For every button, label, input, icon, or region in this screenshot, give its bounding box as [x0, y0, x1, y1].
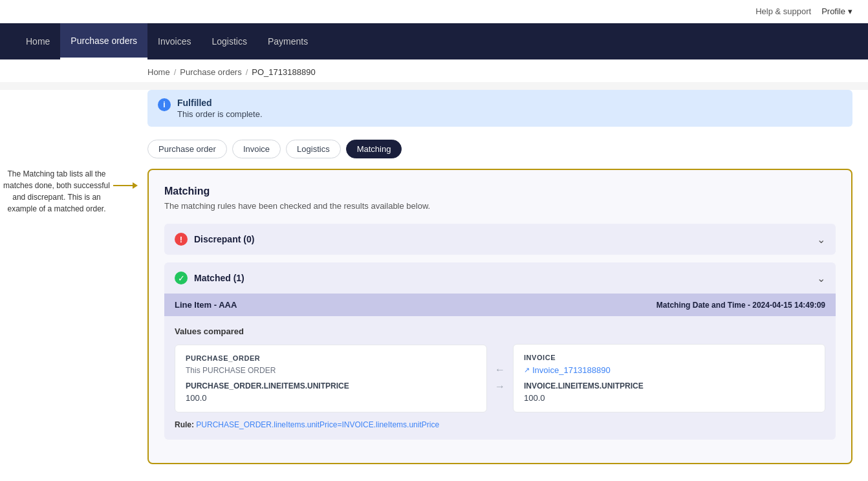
compare-row: PURCHASE_ORDER This PURCHASE ORDER PURCH…: [175, 344, 825, 412]
nav-item-logistics[interactable]: Logistics: [201, 23, 257, 59]
po-card-subtitle: This PURCHASE ORDER: [186, 366, 476, 375]
fulfilled-alert: i Fulfilled This order is complete.: [147, 90, 852, 127]
invoice-field-value: 100.0: [524, 393, 814, 403]
panel-title: Matching: [164, 186, 836, 197]
alert-body: Fulfilled This order is complete.: [177, 98, 263, 119]
compare-arrows: ← →: [495, 364, 505, 392]
nav-item-purchase-orders[interactable]: Purchase orders: [60, 23, 147, 59]
breadcrumb-purchase-orders[interactable]: Purchase orders: [180, 67, 241, 77]
matched-header-left: ✓ Matched (1): [175, 272, 244, 284]
line-item-header: Line Item - AAA Matching Date and Time -…: [164, 294, 836, 316]
alert-message: This order is complete.: [177, 109, 263, 119]
main-nav: Home Purchase orders Invoices Logistics …: [0, 23, 868, 59]
matched-header[interactable]: ✓ Matched (1) ⌄: [164, 262, 836, 294]
values-title: Values compared: [175, 326, 825, 336]
page-content: i Fulfilled This order is complete. Purc…: [0, 90, 868, 481]
discrepant-chevron-icon: ⌄: [817, 233, 825, 246]
breadcrumb-current: PO_1713188890: [252, 67, 315, 77]
matched-chevron-icon: ⌄: [817, 272, 825, 284]
nav-item-invoices[interactable]: Invoices: [147, 23, 201, 59]
discrepant-title: Discrepant (0): [194, 234, 254, 244]
external-link-icon: ↗: [524, 366, 530, 374]
nav-item-home[interactable]: Home: [16, 23, 60, 59]
invoice-card-label: INVOICE: [524, 354, 814, 361]
matching-date: Matching Date and Time - 2024-04-15 14:4…: [656, 301, 825, 310]
po-card-label: PURCHASE_ORDER: [186, 354, 476, 362]
annotation-arrow: [113, 182, 138, 189]
discrepant-accordion: ! Discrepant (0) ⌄: [164, 224, 836, 255]
purchase-order-card: PURCHASE_ORDER This PURCHASE ORDER PURCH…: [175, 345, 487, 412]
line-item-title: Line Item - AAA: [175, 300, 237, 310]
po-field-value: 100.0: [186, 393, 476, 403]
rule-row: Rule: PURCHASE_ORDER.lineItems.unitPrice…: [164, 412, 836, 429]
alert-title: Fulfilled: [177, 98, 263, 108]
tabs-row: Purchase order Invoice Logistics Matchin…: [147, 140, 852, 158]
breadcrumb-sep-1: /: [174, 67, 177, 77]
top-bar: Help & support Profile ▾: [0, 0, 868, 23]
tab-invoice[interactable]: Invoice: [232, 140, 281, 158]
invoice-link-text: Invoice_1713188890: [532, 365, 611, 375]
matching-panel: Matching The matching rules have been ch…: [147, 169, 852, 464]
help-support-link[interactable]: Help & support: [755, 6, 811, 16]
tab-logistics[interactable]: Logistics: [286, 140, 341, 158]
left-arrow-icon: ←: [495, 364, 505, 376]
panel-subtitle: The matching rules have been checked and…: [164, 201, 836, 211]
discrepant-icon: !: [175, 233, 188, 246]
discrepant-header-left: ! Discrepant (0): [175, 233, 254, 246]
breadcrumb-home[interactable]: Home: [147, 67, 170, 77]
matched-icon: ✓: [175, 272, 188, 284]
rule-label: Rule:: [175, 420, 194, 429]
invoice-field-name: INVOICE.LINEITEMS.UNITPRICE: [524, 381, 814, 390]
invoice-card: INVOICE ↗ Invoice_1713188890 INVOICE.LIN…: [513, 344, 825, 412]
values-section: Values compared PURCHASE_ORDER This PURC…: [164, 316, 836, 412]
matched-accordion: ✓ Matched (1) ⌄ Line Item - AAA Matching…: [164, 262, 836, 440]
nav-item-payments[interactable]: Payments: [257, 23, 318, 59]
info-icon: i: [158, 98, 171, 111]
profile-label: Profile: [821, 6, 845, 16]
matched-title: Matched (1): [194, 273, 244, 283]
breadcrumb: Home / Purchase orders / PO_1713188890: [0, 59, 868, 82]
profile-chevron-icon: ▾: [848, 6, 852, 16]
invoice-link[interactable]: ↗ Invoice_1713188890: [524, 365, 814, 375]
rule-value: PURCHASE_ORDER.lineItems.unitPrice=INVOI…: [196, 420, 439, 429]
discrepant-header[interactable]: ! Discrepant (0) ⌄: [164, 224, 836, 255]
matched-content: Line Item - AAA Matching Date and Time -…: [164, 294, 836, 440]
po-field-name: PURCHASE_ORDER.LINEITEMS.UNITPRICE: [186, 381, 476, 390]
tab-matching[interactable]: Matching: [346, 140, 402, 158]
right-arrow-icon: →: [495, 381, 505, 392]
breadcrumb-sep-2: /: [246, 67, 248, 77]
profile-menu[interactable]: Profile ▾: [821, 6, 852, 16]
annotation-text: The Matching tab lists all the matches d…: [0, 168, 113, 215]
tab-purchase-order[interactable]: Purchase order: [147, 140, 227, 158]
